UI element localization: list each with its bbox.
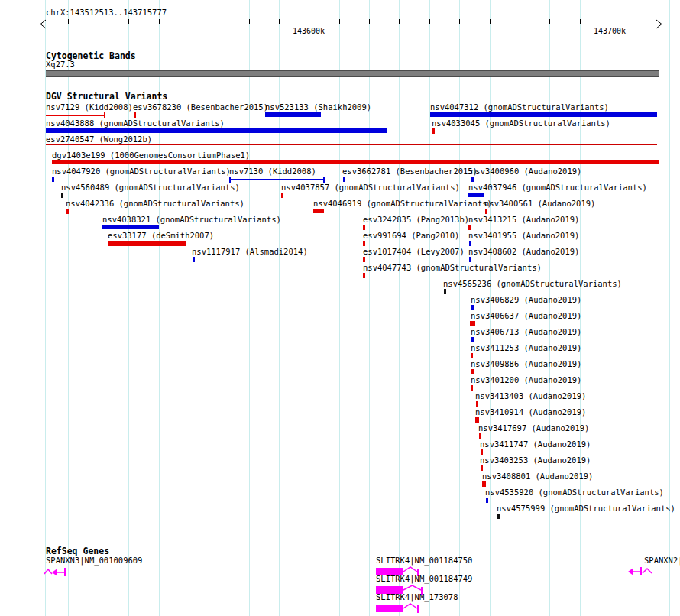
- variant-glyph-tick[interactable]: [471, 177, 474, 182]
- ruler-tick-label: 143600k: [292, 27, 325, 35]
- variant-glyph-line[interactable]: [46, 144, 657, 145]
- variant-glyph-tick[interactable]: [486, 498, 488, 503]
- gene-glyph-left-hat[interactable]: [44, 565, 70, 580]
- variant-label[interactable]: nsv523133 (Shaikh2009): [265, 103, 371, 112]
- variant-glyph-tick[interactable]: [471, 337, 474, 342]
- variant-label[interactable]: nsv3401955 (Audano2019): [468, 232, 579, 240]
- variant-label[interactable]: nsv4038321 (gnomADStructuralVariants): [102, 216, 281, 224]
- variant-label[interactable]: dgv1403e199 (1000GenomesConsortiumPhase1…: [52, 151, 250, 160]
- variant-glyph-bar[interactable]: [313, 209, 324, 213]
- variant-glyph-line[interactable]: [46, 115, 105, 116]
- variant-glyph-tick[interactable]: [52, 177, 54, 182]
- variant-label[interactable]: nsv1117917 (Alsmadi2014): [192, 248, 308, 256]
- variant-glyph-bar[interactable]: [468, 193, 484, 197]
- variant-label[interactable]: nsv4560489 (gnomADStructuralVariants): [61, 183, 240, 192]
- variant-glyph-tick[interactable]: [476, 401, 478, 407]
- variant-glyph-endcap[interactable]: [104, 112, 105, 118]
- variant-glyph-tick[interactable]: [363, 225, 365, 230]
- variant-label[interactable]: nsv4037857 (gnomADStructuralVariants): [281, 183, 460, 192]
- variant-glyph-tick[interactable]: [471, 369, 474, 374]
- gene-label[interactable]: SPANXN3|NM_001009609: [46, 556, 142, 565]
- variant-glyph-tick[interactable]: [444, 289, 446, 294]
- variant-label[interactable]: nsv3400561 (Audano2019): [484, 199, 595, 208]
- variant-glyph-endcap[interactable]: [229, 177, 231, 183]
- variant-label[interactable]: esv1017404 (Levy2007): [363, 248, 465, 256]
- variant-glyph-bar[interactable]: [108, 241, 186, 246]
- variant-glyph-tick[interactable]: [281, 193, 283, 198]
- variant-glyph-tick[interactable]: [475, 417, 479, 423]
- variant-glyph-tick[interactable]: [470, 321, 475, 326]
- variant-label[interactable]: nsv3413403 (Audano2019): [475, 392, 586, 400]
- variant-glyph-tick[interactable]: [485, 209, 487, 214]
- variant-label[interactable]: nsv7130 (Kidd2008): [229, 167, 316, 176]
- gene-label[interactable]: SLITRK4|NM_173078: [376, 593, 458, 601]
- variant-glyph-tick[interactable]: [479, 433, 481, 439]
- variant-label[interactable]: nsv4565236 (gnomADStructuralVariants): [443, 280, 622, 288]
- variant-label[interactable]: nsv3413215 (Audano2019): [468, 216, 579, 224]
- variant-glyph-tick[interactable]: [481, 465, 483, 471]
- variant-glyph-tick[interactable]: [66, 209, 69, 214]
- variant-label[interactable]: nsv4047743 (gnomADStructuralVariants): [363, 264, 542, 272]
- variant-label[interactable]: esv33177 (deSmith2007): [108, 232, 214, 240]
- variant-label[interactable]: nsv3401200 (Audano2019): [471, 376, 581, 384]
- variant-label[interactable]: nsv3408602 (Audano2019): [468, 248, 579, 256]
- variant-glyph-bar[interactable]: [52, 160, 659, 164]
- variant-label[interactable]: nsv4047920 (gnomADStructuralVariants): [52, 167, 231, 176]
- variant-label[interactable]: esv2740547 (Wong2012b): [46, 135, 152, 144]
- variant-label[interactable]: nsv3406637 (Audano2019): [471, 312, 581, 320]
- variant-glyph-tick[interactable]: [471, 385, 473, 391]
- variant-label[interactable]: esv3242835 (Pang2013b): [363, 216, 469, 224]
- variant-label[interactable]: nsv4033045 (gnomADStructuralVariants): [432, 119, 610, 128]
- gene-label[interactable]: SPANXN2|: [644, 556, 680, 565]
- variant-glyph-tick[interactable]: [469, 257, 471, 262]
- variant-glyph-tick[interactable]: [363, 273, 365, 278]
- variant-glyph-tick[interactable]: [469, 241, 471, 246]
- variant-glyph-endcap[interactable]: [323, 177, 325, 183]
- variant-glyph-tick[interactable]: [343, 177, 345, 182]
- variant-glyph-bar[interactable]: [46, 128, 387, 133]
- variant-glyph-tick[interactable]: [471, 305, 474, 310]
- variant-label[interactable]: nsv3411747 (Audano2019): [480, 440, 591, 449]
- variant-glyph-tick[interactable]: [471, 353, 473, 358]
- variant-glyph-bar[interactable]: [265, 112, 321, 117]
- variant-glyph-tick[interactable]: [61, 193, 63, 198]
- variant-glyph-tick[interactable]: [468, 225, 471, 230]
- variant-label[interactable]: nsv3411253 (Audano2019): [471, 344, 581, 352]
- variant-glyph-bar[interactable]: [102, 225, 159, 229]
- variant-glyph-line[interactable]: [229, 179, 325, 180]
- variant-label[interactable]: nsv4047312 (gnomADStructuralVariants): [430, 103, 609, 112]
- gene-label[interactable]: SLITRK4|NM_001184750: [376, 556, 472, 565]
- variant-label[interactable]: nsv4043888 (gnomADStructuralVariants): [46, 119, 225, 128]
- variant-label[interactable]: nsv4042336 (gnomADStructuralVariants): [66, 199, 244, 208]
- variant-label[interactable]: nsv4046919 (gnomADStructuralVariants): [313, 199, 492, 208]
- variant-glyph-tick[interactable]: [363, 241, 365, 246]
- variant-label[interactable]: nsv4037946 (gnomADStructuralVariants): [468, 183, 647, 192]
- gene-glyph-box-hat[interactable]: [376, 602, 420, 616]
- variant-label[interactable]: nsv3417697 (Audano2019): [478, 424, 589, 433]
- variant-label[interactable]: nsv3410914 (Audano2019): [475, 408, 586, 417]
- variant-label[interactable]: nsv4535920 (gnomADStructuralVariants): [485, 488, 664, 497]
- variant-label[interactable]: nsv3400960 (Audano2019): [471, 167, 581, 176]
- variant-glyph-tick[interactable]: [497, 514, 500, 519]
- variant-glyph-tick[interactable]: [363, 257, 365, 262]
- variant-label[interactable]: esv991694 (Pang2010): [363, 232, 459, 240]
- variant-label[interactable]: nsv3406829 (Audano2019): [471, 296, 581, 304]
- variant-label[interactable]: nsv3409886 (Audano2019): [471, 360, 581, 368]
- variant-glyph-tick[interactable]: [134, 112, 136, 118]
- variant-label[interactable]: nsv3403253 (Audano2019): [480, 456, 591, 465]
- gene-label[interactable]: SLITRK4|NM_001184749: [376, 575, 472, 583]
- gridline: [309, 0, 309, 616]
- cytoband-bar[interactable]: [46, 70, 659, 77]
- variant-label[interactable]: nsv4575999 (gnomADStructuralVariants): [497, 504, 675, 513]
- variant-label[interactable]: nsv3408801 (Audano2019): [482, 472, 593, 481]
- variant-glyph-bar[interactable]: [430, 112, 657, 117]
- gene-glyph-arrow-left[interactable]: [627, 565, 656, 580]
- variant-glyph-tick[interactable]: [482, 481, 486, 487]
- variant-glyph-tick[interactable]: [432, 128, 435, 134]
- variant-label[interactable]: nsv3406713 (Audano2019): [471, 328, 581, 336]
- variant-glyph-tick[interactable]: [481, 449, 483, 455]
- variant-glyph-tick[interactable]: [193, 257, 195, 262]
- variant-label[interactable]: esv3662781 (Besenbacher2015): [342, 167, 478, 176]
- variant-label[interactable]: nsv7129 (Kidd2008): [46, 103, 133, 112]
- variant-label[interactable]: esv3678230 (Besenbacher2015): [133, 103, 268, 112]
